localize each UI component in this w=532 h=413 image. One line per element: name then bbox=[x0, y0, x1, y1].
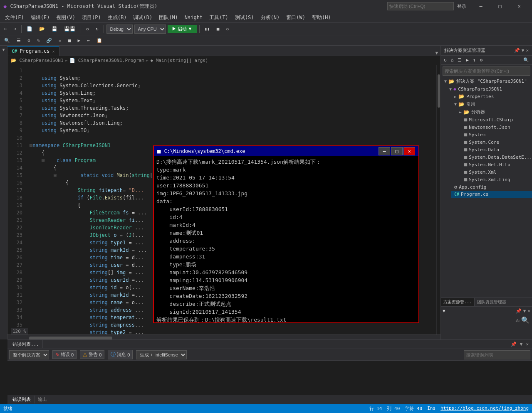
run-button[interactable]: ▶ 启动 ▼ bbox=[168, 25, 197, 33]
breadcrumb-class[interactable]: 📄 CSharpParseJSON1.Program bbox=[69, 58, 144, 63]
se-toolbar-search[interactable]: 🔍 bbox=[522, 57, 530, 64]
toolbar-save[interactable]: 💾 bbox=[49, 25, 60, 32]
tab-expand-icon[interactable]: ▼ bbox=[433, 50, 440, 56]
toolbar2-btn2[interactable]: ⚙ bbox=[25, 37, 33, 44]
tree-system-xml[interactable]: ■ System.Xml bbox=[461, 168, 532, 176]
prop-icon1[interactable]: ✍ bbox=[515, 316, 520, 324]
solution-root[interactable]: ▼ 📂 解决方案 "CSharpParseJSON1" bbox=[441, 77, 532, 85]
errors-button[interactable]: ✎ 错误 0 bbox=[52, 350, 77, 359]
error-pin[interactable]: 📌 bbox=[509, 341, 518, 348]
tree-newtonsoft[interactable]: ■ Newtonsoft.Json bbox=[461, 123, 532, 131]
menu-analyze[interactable]: 分析(N) bbox=[257, 13, 283, 22]
tab-close-icon[interactable]: ✕ bbox=[52, 49, 55, 54]
toolbar-back[interactable]: ← bbox=[2, 25, 10, 32]
properties-tool2[interactable]: ▼ bbox=[523, 308, 526, 314]
toolbar2-btn7[interactable]: ▶ bbox=[75, 37, 83, 44]
tree-properties[interactable]: ► 📂 Properties bbox=[451, 93, 532, 100]
menu-debug[interactable]: 调试(D) bbox=[130, 13, 156, 22]
breadcrumb-method[interactable]: ◆ Main(string[] args) bbox=[150, 58, 208, 63]
tree-system-dataset[interactable]: ■ System.Data.DataSetE... bbox=[461, 153, 532, 161]
maximize-button[interactable]: □ bbox=[490, 0, 510, 12]
tree-appconfig[interactable]: ⚙ App.config bbox=[451, 183, 532, 191]
properties-tool1[interactable]: 📌 bbox=[516, 308, 522, 314]
tab-program-cs[interactable]: C# Program.cs ✕ bbox=[7, 46, 59, 56]
project-root[interactable]: ▼ ◆ CSharpParseJSON1 bbox=[446, 85, 532, 93]
toolbar-open[interactable]: 📂 bbox=[37, 25, 47, 32]
tree-system-core[interactable]: ■ System.Core bbox=[461, 138, 532, 146]
tree-microsoft-csharp[interactable]: ■ Microsoft.CSharp bbox=[461, 116, 532, 123]
horiz-scrollbar[interactable] bbox=[7, 334, 440, 339]
output-tab[interactable]: 输出 bbox=[35, 396, 50, 403]
tree-system-xmllinq[interactable]: ■ System.Xml.Linq bbox=[461, 176, 532, 183]
editor-scrollbar[interactable] bbox=[436, 65, 440, 334]
toolbar2-btn8[interactable]: ↦ bbox=[84, 37, 92, 44]
se-toolbar-preview[interactable]: ▶ bbox=[465, 57, 470, 64]
build-intellisense-select[interactable]: 生成 + IntelliSense bbox=[136, 350, 187, 359]
cmd-maximize-btn[interactable]: □ bbox=[391, 147, 403, 155]
toolbar-new[interactable]: 📄 bbox=[24, 25, 35, 32]
toolbar2-btn5[interactable]: ✏ bbox=[56, 37, 64, 44]
toolbar2-btn3[interactable]: ✎ bbox=[35, 37, 42, 44]
menu-tools[interactable]: 工具(T) bbox=[206, 13, 232, 22]
se-toolbar-home[interactable]: ⌂ bbox=[450, 57, 455, 64]
zoom-level[interactable]: 120 % bbox=[11, 328, 28, 334]
cmd-content[interactable]: D:\搜狗高速下载\mark_20210517_141354.json解析结果如… bbox=[154, 156, 418, 322]
menu-edit[interactable]: 编辑(E) bbox=[27, 13, 53, 22]
scrollbar-thumb[interactable] bbox=[438, 74, 440, 108]
status-url[interactable]: https://blog.csdn.net/jing_zhong bbox=[440, 406, 529, 412]
toolbar-saveall[interactable]: 💾💾 bbox=[62, 25, 78, 32]
sidebar-close-icon[interactable]: ✕ bbox=[526, 48, 529, 53]
toolbar-restart[interactable]: ↻ bbox=[223, 25, 231, 32]
error-close[interactable]: ✕ bbox=[524, 341, 530, 348]
tree-analyzer[interactable]: ► 📂 分析器 bbox=[456, 108, 532, 116]
error-menu[interactable]: ▼ bbox=[518, 341, 525, 348]
pin-icon[interactable]: 📌 bbox=[514, 48, 520, 53]
close-button[interactable]: ✕ bbox=[510, 0, 529, 12]
cmd-minimize-btn[interactable]: — bbox=[379, 147, 390, 155]
error-scope-select[interactable]: 整个解决方案 bbox=[9, 350, 49, 359]
solution-tab[interactable]: 方案资源管... bbox=[441, 298, 475, 306]
cmd-close-btn[interactable]: ✕ bbox=[403, 147, 415, 155]
toolbar2-btn6[interactable]: ■ bbox=[66, 37, 74, 44]
menu-project[interactable]: 项目(P) bbox=[79, 13, 104, 22]
toolbar-stop[interactable]: ■ bbox=[214, 25, 222, 32]
debug-mode-select[interactable]: Debug bbox=[106, 25, 133, 34]
toolbar2-btn4[interactable]: 🔗 bbox=[44, 37, 54, 44]
menu-test[interactable]: 测试(S) bbox=[232, 13, 257, 22]
team-tab[interactable]: 团队资源管理器 bbox=[475, 298, 509, 306]
solution-search-input[interactable] bbox=[443, 66, 530, 76]
toolbar2-search[interactable]: 🔍 bbox=[2, 37, 12, 44]
se-toolbar-filter[interactable]: ☰ bbox=[456, 57, 463, 64]
se-toolbar-collapse[interactable]: ↴ bbox=[472, 57, 477, 64]
sidebar-menu-icon[interactable]: ▼ bbox=[522, 48, 525, 53]
prop-icon2[interactable]: 🔍 bbox=[521, 316, 530, 324]
breadcrumb-project[interactable]: 📂 CSharpParseJSON1 bbox=[11, 58, 64, 63]
toolbar-undo[interactable]: ↺ bbox=[84, 25, 92, 32]
messages-button[interactable]: ⓘ 消息 0 bbox=[108, 350, 133, 359]
tree-programcs[interactable]: C# Program.cs bbox=[451, 191, 532, 198]
error-search-input[interactable] bbox=[464, 350, 530, 359]
menu-help[interactable]: 帮助(H) bbox=[309, 13, 334, 22]
tree-system-data[interactable]: ■ System.Data bbox=[461, 146, 532, 153]
login-button[interactable]: 登录 bbox=[457, 3, 466, 10]
toolbar-pause[interactable]: ▮▮ bbox=[202, 25, 213, 32]
tree-system[interactable]: ■ System bbox=[461, 131, 532, 138]
toolbar2-btn1[interactable]: ☰ bbox=[14, 37, 23, 44]
warnings-button[interactable]: ⚠ 警告 0 bbox=[80, 350, 104, 359]
toolbar2-btn9[interactable]: 📋 bbox=[94, 37, 105, 44]
tree-system-nethttp[interactable]: ■ System.Net.Http bbox=[461, 161, 532, 168]
se-toolbar-properties[interactable]: ⚙ bbox=[479, 57, 484, 64]
toolbar-redo[interactable]: ↻ bbox=[93, 25, 101, 32]
menu-file[interactable]: 文件(F) bbox=[2, 13, 27, 22]
error-list-header[interactable]: 错误列表... bbox=[9, 340, 43, 348]
menu-build[interactable]: 生成(B) bbox=[104, 13, 130, 22]
se-toolbar-sync[interactable]: ↻ bbox=[443, 57, 448, 64]
properties-close[interactable]: ✕ bbox=[527, 308, 530, 314]
minimize-button[interactable]: — bbox=[471, 0, 490, 12]
toolbar-forward[interactable]: → bbox=[11, 25, 19, 32]
menu-team[interactable]: 团队(M) bbox=[156, 13, 181, 22]
menu-window[interactable]: 窗口(W) bbox=[283, 13, 309, 22]
quick-launch-input[interactable] bbox=[387, 2, 454, 10]
tree-references[interactable]: ▼ 📂 引用 bbox=[451, 100, 532, 108]
menu-nsight[interactable]: Nsight bbox=[181, 14, 206, 21]
